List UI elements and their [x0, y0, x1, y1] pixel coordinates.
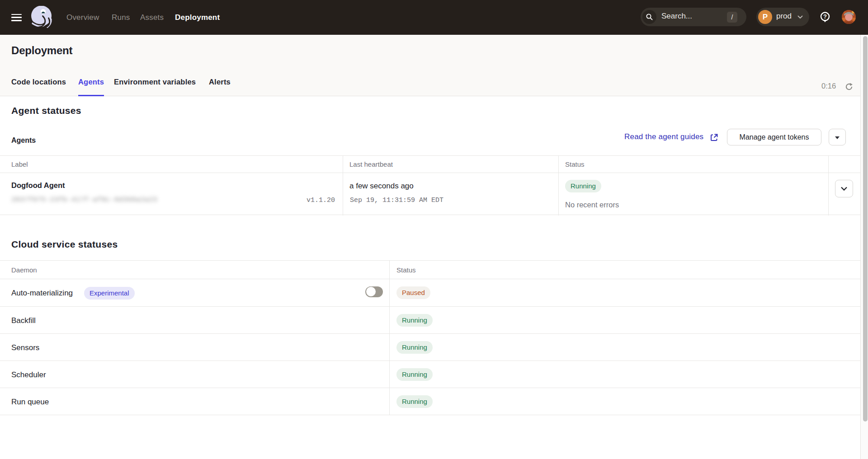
svg-text:?: ?: [823, 13, 827, 20]
